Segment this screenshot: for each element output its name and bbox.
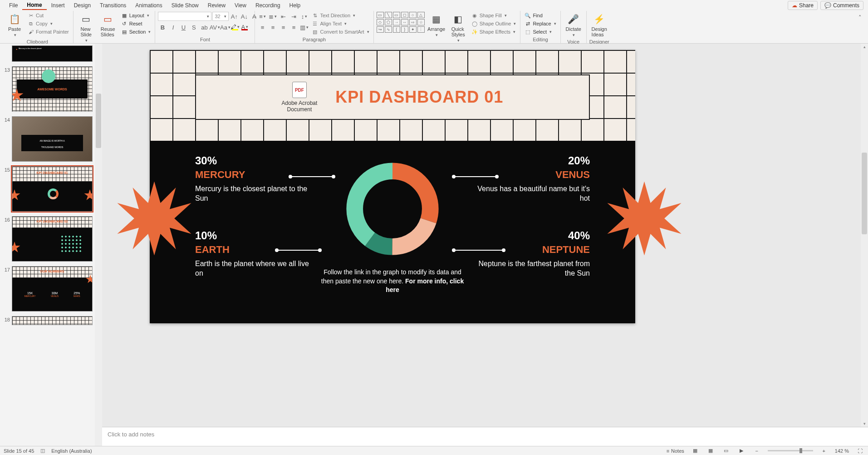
view-reading-icon[interactable]: ▭ [721, 447, 731, 455]
align-left-button[interactable]: ≡ [258, 23, 267, 32]
underline-button[interactable]: U [179, 23, 188, 32]
slide-thumb-16[interactable]: KPI DASHBOARD 02 [12, 216, 93, 262]
line-spacing-button[interactable]: ↕▾ [299, 12, 309, 21]
thumb-number [2, 45, 10, 46]
char-spacing-button[interactable]: AV▾ [210, 23, 219, 32]
slide-thumb-18[interactable] [12, 316, 93, 325]
align-center-button[interactable]: ≡ [268, 23, 277, 32]
replace-button[interactable]: ⇄Replace▾ [523, 20, 557, 27]
view-normal-icon[interactable]: ▦ [691, 447, 700, 455]
tab-file[interactable]: File [5, 1, 22, 10]
indent-inc-button[interactable]: ⇥ [289, 12, 298, 21]
copy-button[interactable]: ⧉Copy▾ [26, 20, 70, 27]
slide-thumb-14[interactable]: AN IMAGE IS WORTH A THOUSAND WORDS [12, 116, 93, 162]
kpi-neptune[interactable]: 40% NEPTUNE Neptune is the farthest plan… [472, 229, 590, 278]
shape-effects-button[interactable]: ✨Shape Effects▾ [470, 28, 518, 35]
embedded-pdf-object[interactable]: PDF Adobe Acrobat Document [282, 82, 318, 113]
convert-smartart-button[interactable]: ▧Convert to SmartArt▾ [310, 28, 370, 35]
font-family-combo[interactable]: ▾ [158, 12, 211, 21]
tab-recording[interactable]: Recording [251, 1, 285, 10]
align-right-button[interactable]: ≡ [279, 23, 288, 32]
tab-animations[interactable]: Animations [131, 1, 167, 10]
collapse-ribbon-icon[interactable]: ˄ [855, 13, 864, 22]
slide-canvas[interactable]: PDF Adobe Acrobat Document KPI DASHBOARD… [150, 50, 635, 323]
numbering-button[interactable]: ≣▾ [268, 12, 277, 21]
tab-slideshow[interactable]: Slide Show [167, 1, 203, 10]
group-designer: ⚡Design Ideas Designer [587, 11, 612, 43]
notes-pane[interactable]: Click to add notes [102, 427, 868, 446]
tab-help[interactable]: Help [285, 1, 305, 10]
paste-button[interactable]: 📋 Paste▾ [5, 12, 25, 38]
strikethrough-button[interactable]: S [189, 23, 198, 32]
tab-design[interactable]: Design [69, 1, 95, 10]
tab-home[interactable]: Home [22, 1, 46, 10]
tab-insert[interactable]: Insert [47, 1, 69, 10]
bold-button[interactable]: B [158, 23, 167, 32]
notes-icon: ≡ [667, 448, 669, 454]
tab-view[interactable]: View [230, 1, 251, 10]
shape-fill-button[interactable]: ◉Shape Fill▾ [470, 12, 518, 19]
font-size-combo[interactable]: 32▾ [212, 12, 229, 21]
highlight-button[interactable]: 🖍▾ [231, 23, 239, 31]
view-slideshow-icon[interactable]: ▶ [737, 447, 746, 455]
donut-chart[interactable] [343, 159, 442, 259]
columns-button[interactable]: ▥▾ [299, 23, 309, 32]
section-button[interactable]: ▤Section▾ [120, 28, 152, 35]
slide-thumb-13[interactable]: AWESOME WORDS [12, 66, 93, 112]
cut-icon: ✂ [28, 12, 34, 19]
zoom-out-button[interactable]: − [752, 447, 761, 455]
kpi-mercury[interactable]: 30% MERCURY Mercury is the closest plane… [195, 154, 313, 203]
select-button[interactable]: ⬚Select▾ [523, 28, 557, 35]
slide-thumb-15[interactable]: KPI DASHBOARD 01 [12, 166, 93, 212]
dictate-button[interactable]: 🎤Dictate▾ [564, 12, 584, 38]
slide-thumb-17[interactable]: OUR NUMBERS 15KMERCURY 30MVENUS 25%MARS [12, 266, 93, 312]
format-painter-button[interactable]: 🖌Format Painter [26, 28, 70, 35]
zoom-slider[interactable] [768, 450, 813, 451]
quick-styles-button[interactable]: ◧Quick Styles▾ [448, 12, 468, 44]
comments-button[interactable]: 💬Comments [820, 1, 863, 10]
view-sorter-icon[interactable]: ▦ [706, 447, 715, 455]
find-button[interactable]: 🔍Find [523, 12, 557, 19]
shapes-gallery[interactable]: ▭╲▭◻○△ ◇⬠→↔⇨☆ ↪∿{}✦⋮ [377, 12, 425, 33]
zoom-in-button[interactable]: + [819, 447, 829, 455]
arrange-button[interactable]: ▦Arrange▾ [427, 12, 446, 38]
design-ideas-button[interactable]: ⚡Design Ideas [589, 12, 609, 38]
new-slide-button[interactable]: ▭New Slide▾ [76, 12, 96, 44]
thumb-number: 14 [2, 116, 10, 123]
group-drawing: ▭╲▭◻○△ ◇⬠→↔⇨☆ ↪∿{}✦⋮ ▦Arrange▾ ◧Quick St… [374, 11, 521, 43]
starburst-left[interactable] [116, 180, 193, 257]
layout-button[interactable]: ▦Layout▾ [120, 12, 152, 19]
tab-review[interactable]: Review [203, 1, 230, 10]
shadow-button[interactable]: ab [200, 23, 209, 32]
editor-scrollbar-v[interactable]: ▴ ▾ [861, 44, 868, 427]
slide-title[interactable]: KPI DASHBOARD 01 [335, 88, 503, 107]
align-text-button[interactable]: ☰Align Text▾ [310, 20, 370, 27]
indent-dec-button[interactable]: ⇤ [279, 12, 288, 21]
increase-font-icon[interactable]: A↑ [230, 12, 239, 21]
align-justify-button[interactable]: ≡ [289, 23, 298, 32]
reuse-slides-button[interactable]: ▭Reuse Slides [98, 12, 118, 38]
kpi-earth[interactable]: 10% EARTH Earth is the planet where we a… [195, 229, 313, 278]
status-language[interactable]: English (Australia) [51, 448, 92, 454]
decrease-font-icon[interactable]: A↓ [240, 12, 249, 21]
text-direction-button[interactable]: ⇅Text Direction▾ [310, 12, 370, 19]
thumbs-scrollbar[interactable] [95, 44, 102, 446]
thumb-number: 18 [2, 316, 10, 322]
share-button[interactable]: ☁Share [788, 1, 818, 10]
zoom-level[interactable]: 142 % [835, 448, 849, 454]
shape-outline-button[interactable]: ◯Shape Outline▾ [470, 20, 518, 27]
tab-transitions[interactable]: Transitions [95, 1, 131, 10]
bullets-button[interactable]: ≡▾ [258, 12, 267, 21]
notes-toggle[interactable]: ≡Notes [667, 448, 684, 454]
change-case-button[interactable]: Aa▾ [221, 23, 230, 32]
chart-caption[interactable]: Follow the link in the graph to modify i… [318, 268, 467, 295]
font-color-button[interactable]: A▾ [240, 23, 249, 31]
starburst-right[interactable] [606, 180, 683, 257]
reset-button[interactable]: ↺Reset [120, 20, 152, 27]
fit-to-window-icon[interactable]: ⛶ [855, 447, 864, 455]
kpi-venus[interactable]: 20% VENUS Venus has a beautiful name but… [472, 154, 590, 203]
italic-button[interactable]: I [168, 23, 177, 32]
accessibility-icon[interactable]: ◫ [40, 448, 45, 454]
slide-thumb[interactable]: ● Mercury is the closest planet [12, 45, 93, 62]
cut-button[interactable]: ✂Cut [26, 12, 70, 19]
